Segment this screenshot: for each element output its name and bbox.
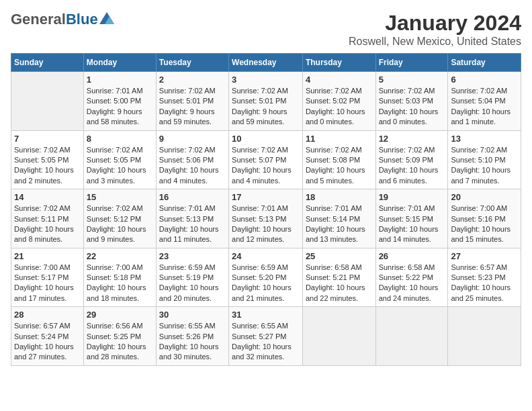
calendar-cell: 27Sunrise: 6:57 AM Sunset: 5:23 PM Dayli…: [448, 248, 521, 307]
calendar-week-row: 14Sunrise: 7:02 AM Sunset: 5:11 PM Dayli…: [11, 189, 521, 248]
day-info: Sunrise: 6:56 AM Sunset: 5:25 PM Dayligh…: [87, 321, 153, 363]
day-info: Sunrise: 7:02 AM Sunset: 5:04 PM Dayligh…: [451, 86, 518, 128]
col-thursday: Thursday: [302, 54, 375, 72]
calendar-cell: 4Sunrise: 7:02 AM Sunset: 5:02 PM Daylig…: [302, 72, 375, 131]
calendar-cell: 9Sunrise: 7:02 AM Sunset: 5:06 PM Daylig…: [156, 130, 228, 189]
day-info: Sunrise: 7:00 AM Sunset: 5:17 PM Dayligh…: [14, 263, 81, 304]
day-number: 18: [306, 192, 373, 202]
day-number: 15: [87, 192, 153, 202]
calendar-cell: 18Sunrise: 7:01 AM Sunset: 5:14 PM Dayli…: [302, 189, 375, 248]
col-wednesday: Wednesday: [229, 54, 303, 72]
day-info: Sunrise: 7:02 AM Sunset: 5:03 PM Dayligh…: [379, 86, 445, 128]
calendar-week-row: 7Sunrise: 7:02 AM Sunset: 5:05 PM Daylig…: [11, 130, 521, 189]
day-info: Sunrise: 7:02 AM Sunset: 5:01 PM Dayligh…: [232, 86, 300, 128]
day-number: 1: [87, 75, 153, 85]
day-info: Sunrise: 7:02 AM Sunset: 5:05 PM Dayligh…: [87, 145, 153, 187]
day-number: 17: [232, 192, 300, 202]
calendar-week-row: 21Sunrise: 7:00 AM Sunset: 5:17 PM Dayli…: [11, 248, 521, 307]
day-info: Sunrise: 7:02 AM Sunset: 5:05 PM Dayligh…: [14, 145, 81, 187]
calendar-cell: 6Sunrise: 7:02 AM Sunset: 5:04 PM Daylig…: [448, 72, 521, 131]
day-number: 25: [306, 251, 373, 261]
calendar-cell: 19Sunrise: 7:01 AM Sunset: 5:15 PM Dayli…: [375, 189, 448, 248]
day-info: Sunrise: 6:55 AM Sunset: 5:27 PM Dayligh…: [232, 321, 300, 363]
calendar-week-row: 28Sunrise: 6:57 AM Sunset: 5:24 PM Dayli…: [11, 307, 521, 366]
day-number: 20: [451, 192, 518, 202]
day-number: 12: [379, 134, 445, 144]
day-info: Sunrise: 7:02 AM Sunset: 5:11 PM Dayligh…: [14, 203, 81, 245]
day-info: Sunrise: 7:02 AM Sunset: 5:02 PM Dayligh…: [306, 86, 373, 128]
calendar-cell: 22Sunrise: 7:00 AM Sunset: 5:18 PM Dayli…: [83, 248, 156, 307]
calendar-cell: 13Sunrise: 7:02 AM Sunset: 5:10 PM Dayli…: [448, 130, 521, 189]
day-number: 6: [451, 75, 518, 85]
calendar-cell: 8Sunrise: 7:02 AM Sunset: 5:05 PM Daylig…: [83, 130, 156, 189]
calendar-week-row: 1Sunrise: 7:01 AM Sunset: 5:00 PM Daylig…: [11, 72, 521, 131]
page-subtitle: Roswell, New Mexico, United States: [349, 36, 521, 48]
day-number: 24: [232, 251, 300, 261]
calendar-cell: 30Sunrise: 6:55 AM Sunset: 5:26 PM Dayli…: [156, 307, 228, 366]
calendar-cell: 28Sunrise: 6:57 AM Sunset: 5:24 PM Dayli…: [11, 307, 84, 366]
calendar-cell: 31Sunrise: 6:55 AM Sunset: 5:27 PM Dayli…: [229, 307, 303, 366]
logo-blue-text: Blue: [66, 11, 98, 28]
day-info: Sunrise: 7:02 AM Sunset: 5:09 PM Dayligh…: [379, 145, 445, 187]
calendar-cell: 5Sunrise: 7:02 AM Sunset: 5:03 PM Daylig…: [375, 72, 448, 131]
day-info: Sunrise: 7:02 AM Sunset: 5:07 PM Dayligh…: [232, 145, 300, 187]
day-number: 10: [232, 134, 300, 144]
day-number: 14: [14, 192, 81, 202]
day-info: Sunrise: 7:01 AM Sunset: 5:14 PM Dayligh…: [306, 203, 373, 245]
calendar-cell: 11Sunrise: 7:02 AM Sunset: 5:08 PM Dayli…: [302, 130, 375, 189]
calendar-cell: 17Sunrise: 7:01 AM Sunset: 5:13 PM Dayli…: [229, 189, 303, 248]
calendar-cell: [448, 307, 521, 366]
day-info: Sunrise: 7:01 AM Sunset: 5:13 PM Dayligh…: [232, 203, 300, 245]
day-info: Sunrise: 6:57 AM Sunset: 5:24 PM Dayligh…: [14, 321, 81, 363]
day-number: 28: [14, 310, 81, 320]
col-friday: Friday: [375, 54, 448, 72]
day-info: Sunrise: 6:58 AM Sunset: 5:22 PM Dayligh…: [379, 263, 445, 304]
day-number: 16: [159, 192, 226, 202]
logo-icon: [99, 12, 114, 24]
day-info: Sunrise: 6:59 AM Sunset: 5:20 PM Dayligh…: [232, 263, 300, 304]
day-info: Sunrise: 7:01 AM Sunset: 5:15 PM Dayligh…: [379, 203, 445, 245]
day-number: 19: [379, 192, 445, 202]
calendar-cell: 1Sunrise: 7:01 AM Sunset: 5:00 PM Daylig…: [83, 72, 156, 131]
day-info: Sunrise: 7:01 AM Sunset: 5:00 PM Dayligh…: [87, 86, 153, 128]
day-info: Sunrise: 7:02 AM Sunset: 5:08 PM Dayligh…: [306, 145, 373, 187]
day-number: 8: [87, 134, 153, 144]
calendar-cell: 26Sunrise: 6:58 AM Sunset: 5:22 PM Dayli…: [375, 248, 448, 307]
day-info: Sunrise: 6:59 AM Sunset: 5:19 PM Dayligh…: [159, 263, 226, 304]
day-number: 7: [14, 134, 81, 144]
calendar-cell: [11, 72, 84, 131]
day-number: 11: [306, 134, 373, 144]
day-info: Sunrise: 6:55 AM Sunset: 5:26 PM Dayligh…: [159, 321, 226, 363]
calendar-header-row: Sunday Monday Tuesday Wednesday Thursday…: [11, 54, 521, 72]
day-number: 9: [159, 134, 226, 144]
calendar-cell: 21Sunrise: 7:00 AM Sunset: 5:17 PM Dayli…: [11, 248, 84, 307]
day-number: 2: [159, 75, 226, 85]
day-info: Sunrise: 7:02 AM Sunset: 5:01 PM Dayligh…: [159, 86, 226, 128]
day-number: 5: [379, 75, 445, 85]
day-number: 29: [87, 310, 153, 320]
calendar-cell: 15Sunrise: 7:02 AM Sunset: 5:12 PM Dayli…: [83, 189, 156, 248]
page-header: GeneralBlue January 2024 Roswell, New Me…: [11, 11, 521, 48]
calendar-cell: 12Sunrise: 7:02 AM Sunset: 5:09 PM Dayli…: [375, 130, 448, 189]
calendar-cell: 20Sunrise: 7:00 AM Sunset: 5:16 PM Dayli…: [448, 189, 521, 248]
calendar-cell: [375, 307, 448, 366]
day-number: 3: [232, 75, 300, 85]
day-number: 21: [14, 251, 81, 261]
day-number: 22: [87, 251, 153, 261]
calendar-cell: 25Sunrise: 6:58 AM Sunset: 5:21 PM Dayli…: [302, 248, 375, 307]
col-monday: Monday: [83, 54, 156, 72]
day-number: 23: [159, 251, 226, 261]
calendar-cell: [302, 307, 375, 366]
calendar-cell: 10Sunrise: 7:02 AM Sunset: 5:07 PM Dayli…: [229, 130, 303, 189]
calendar-cell: 2Sunrise: 7:02 AM Sunset: 5:01 PM Daylig…: [156, 72, 228, 131]
title-block: January 2024 Roswell, New Mexico, United…: [349, 11, 521, 48]
day-number: 30: [159, 310, 226, 320]
col-tuesday: Tuesday: [156, 54, 228, 72]
day-info: Sunrise: 7:00 AM Sunset: 5:16 PM Dayligh…: [451, 203, 518, 245]
calendar-cell: 7Sunrise: 7:02 AM Sunset: 5:05 PM Daylig…: [11, 130, 84, 189]
day-info: Sunrise: 7:00 AM Sunset: 5:18 PM Dayligh…: [87, 263, 153, 304]
col-saturday: Saturday: [448, 54, 521, 72]
calendar-cell: 29Sunrise: 6:56 AM Sunset: 5:25 PM Dayli…: [83, 307, 156, 366]
calendar-cell: 3Sunrise: 7:02 AM Sunset: 5:01 PM Daylig…: [229, 72, 303, 131]
day-info: Sunrise: 6:57 AM Sunset: 5:23 PM Dayligh…: [451, 263, 518, 304]
